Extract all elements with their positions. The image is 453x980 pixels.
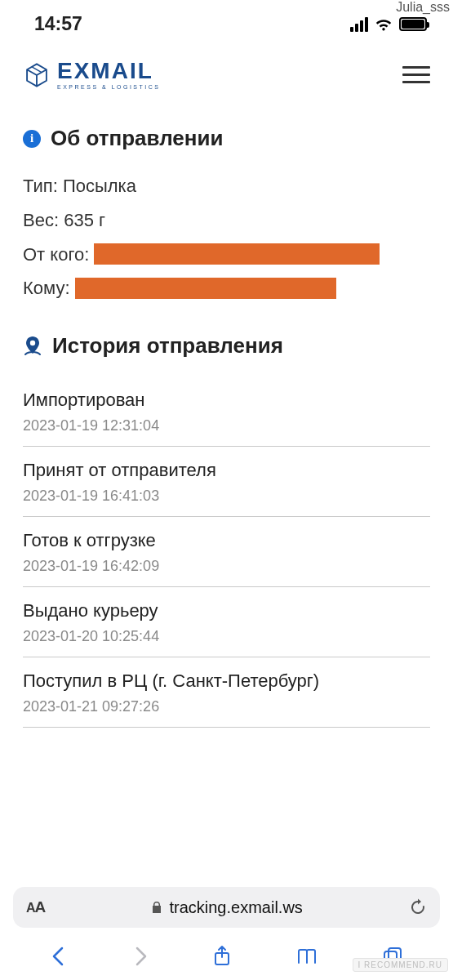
history-section-title: История отправления: [23, 333, 430, 359]
cellular-signal-icon: [350, 17, 368, 32]
forward-button[interactable]: [131, 946, 149, 967]
brand-tagline: EXPRESS & LOGISTICS: [57, 84, 160, 90]
status-indicators: [350, 17, 427, 32]
wifi-icon: [374, 17, 393, 32]
address-box[interactable]: AA tracking.exmail.ws: [13, 887, 440, 928]
history-timestamp: 2023-01-19 12:31:04: [23, 417, 430, 434]
type-value: Посылка: [63, 169, 136, 203]
safari-address-bar: AA tracking.exmail.ws: [0, 880, 453, 936]
history-timestamp: 2023-01-20 10:25:44: [23, 628, 430, 645]
to-redacted: [75, 278, 336, 299]
info-icon: i: [23, 130, 41, 148]
from-redacted: [94, 243, 380, 265]
history-item: Поступил в РЦ (г. Санкт-Петербург) 2023-…: [23, 657, 430, 728]
weight-label: Вес:: [23, 203, 59, 238]
url-display[interactable]: tracking.exmail.ws: [53, 898, 401, 917]
cube-icon: [23, 61, 51, 89]
app-header: EXMAIL EXPRESS & LOGISTICS: [0, 42, 453, 105]
history-timestamp: 2023-01-21 09:27:26: [23, 698, 430, 715]
to-label: Кому:: [23, 271, 70, 305]
shipment-weight-row: Вес: 635 г: [23, 203, 430, 238]
history-item: Готов к отгрузке 2023-01-19 16:42:09: [23, 517, 430, 587]
lock-icon: [151, 901, 162, 914]
history-status: Готов к отгрузке: [23, 530, 430, 551]
from-label: От кого:: [23, 238, 89, 272]
status-time: 14:57: [34, 13, 82, 35]
ios-status-bar: 14:57: [0, 0, 453, 42]
history-item: Импортирован 2023-01-19 12:31:04: [23, 376, 430, 447]
menu-button[interactable]: [402, 66, 430, 83]
reload-button[interactable]: [409, 898, 427, 916]
history-item: Принят от отправителя 2023-01-19 16:41:0…: [23, 447, 430, 517]
share-button[interactable]: [212, 945, 232, 968]
history-item: Выдано курьеру 2023-01-20 10:25:44: [23, 587, 430, 657]
svg-point-0: [30, 340, 35, 345]
weight-value: 635 г: [64, 203, 105, 238]
corner-username: Julia_sss: [396, 0, 450, 15]
history-timestamp: 2023-01-19 16:42:09: [23, 558, 430, 575]
about-section-title: i Об отправлении: [23, 126, 430, 151]
history-timestamp: 2023-01-19 16:41:03: [23, 488, 430, 505]
shipment-to-row: Кому:: [23, 271, 430, 305]
site-watermark: I RECOMMEND.RU: [353, 958, 448, 972]
shipment-from-row: От кого:: [23, 238, 430, 272]
back-button[interactable]: [50, 946, 68, 967]
history-status: Поступил в РЦ (г. Санкт-Петербург): [23, 670, 430, 692]
bookmarks-button[interactable]: [295, 947, 318, 966]
about-title-text: Об отправлении: [51, 126, 223, 151]
type-label: Тип:: [23, 169, 58, 203]
history-status: Выдано курьеру: [23, 600, 430, 621]
brand-name: EXMAIL: [57, 60, 160, 82]
history-status: Импортирован: [23, 390, 430, 411]
history-title-text: История отправления: [52, 333, 283, 359]
exmail-logo[interactable]: EXMAIL EXPRESS & LOGISTICS: [23, 60, 160, 90]
location-pin-icon: [23, 336, 42, 357]
battery-icon: [399, 17, 427, 31]
history-status: Принят от отправителя: [23, 460, 430, 481]
history-list: Импортирован 2023-01-19 12:31:04 Принят …: [23, 376, 430, 728]
text-size-button[interactable]: AA: [26, 898, 45, 916]
url-text: tracking.exmail.ws: [169, 898, 302, 917]
shipment-type-row: Тип: Посылка: [23, 169, 430, 203]
